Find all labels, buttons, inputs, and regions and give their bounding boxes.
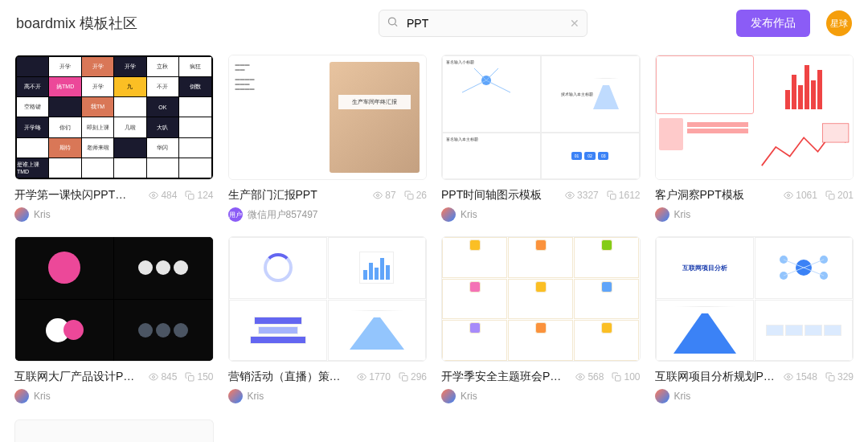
- eye-icon: [565, 190, 575, 200]
- avatar: [228, 389, 243, 403]
- card-title: 营销活动（直播）策划PP...: [228, 370, 349, 384]
- copies-stat: 100: [612, 371, 640, 383]
- thumb-inner-title: 互联网项目分析: [682, 264, 727, 272]
- author-name: Kris: [461, 391, 477, 402]
- views-count: 87: [385, 190, 395, 201]
- copies-count: 1612: [619, 190, 641, 201]
- thumb-banner-text: 生产车间年终汇报: [338, 95, 410, 109]
- svg-rect-3: [189, 194, 194, 200]
- copies-count: 296: [411, 371, 427, 383]
- card-title-row: PPT时间轴图示模板 3327 1612: [441, 188, 641, 203]
- eye-icon: [149, 372, 158, 382]
- card-title: 开学季安全主题班会PPT模板: [441, 370, 562, 384]
- svg-rect-15: [829, 194, 834, 200]
- svg-rect-12: [610, 194, 616, 200]
- card-title-row: 客户洞察PPT模板 1061 201: [655, 188, 854, 203]
- template-thumbnail[interactable]: 互联网项目分析: [655, 236, 854, 362]
- svg-rect-19: [402, 376, 407, 382]
- avatar: [441, 389, 456, 403]
- copies-count: 329: [837, 371, 854, 383]
- author-row[interactable]: Kris: [14, 207, 214, 222]
- card-title: 开学第一课快闪PPT模板: [14, 188, 135, 203]
- copies-stat: 1612: [607, 190, 641, 201]
- author-row[interactable]: Kris: [441, 207, 641, 222]
- template-thumbnail-partial[interactable]: [14, 419, 214, 442]
- author-row[interactable]: Kris: [655, 207, 854, 222]
- card-stats: 3327 1612: [565, 190, 640, 201]
- card-stats: 484 124: [149, 190, 213, 201]
- copies-stat: 329: [825, 371, 854, 383]
- copies-stat: 26: [404, 190, 427, 201]
- search-icon: [387, 16, 399, 31]
- clear-icon[interactable]: ✕: [570, 17, 579, 30]
- template-card: 客户洞察PPT模板 1061 201 Kris: [655, 55, 854, 222]
- template-grid: 开学开学开学立秋疯狂高不开搞TMD开学九不开倒数空格键我TMOK开学咯你们即刻上…: [0, 47, 868, 411]
- svg-line-7: [462, 80, 486, 92]
- template-card: 互联网项目分析 互联网项目分析规划PPT... 1548 329 Kris: [655, 236, 854, 403]
- template-thumbnail[interactable]: ▬▬▬▬▬▬▬▬▬▬▬▬▬▬▬▬生产车间年终汇报: [228, 55, 428, 180]
- svg-point-31: [788, 376, 790, 379]
- svg-rect-17: [189, 376, 194, 382]
- author-name: Kris: [461, 209, 477, 220]
- community-badge[interactable]: 星球: [826, 10, 852, 36]
- copy-icon: [825, 372, 835, 382]
- partial-row: [0, 411, 868, 442]
- views-stat: 484: [149, 190, 177, 201]
- eye-icon: [149, 190, 158, 200]
- copies-stat: 124: [185, 190, 213, 201]
- avatar: [655, 389, 669, 403]
- template-thumbnail[interactable]: [441, 236, 641, 362]
- views-count: 1770: [369, 371, 391, 383]
- views-stat: 1770: [357, 371, 391, 383]
- author-row[interactable]: Kris: [228, 389, 428, 403]
- views-stat: 1548: [784, 371, 817, 383]
- card-stats: 1061 201: [784, 190, 854, 201]
- template-thumbnail[interactable]: [14, 236, 214, 362]
- card-stats: 1548 329: [784, 371, 854, 383]
- svg-point-0: [389, 18, 396, 25]
- author-name: Kris: [34, 391, 51, 402]
- views-count: 1548: [796, 371, 817, 383]
- template-thumbnail[interactable]: 开学开学开学立秋疯狂高不开搞TMD开学九不开倒数空格键我TMOK开学咯你们即刻上…: [14, 55, 214, 180]
- card-title-row: 互联网大厂产品设计PPT模板 845 150: [14, 370, 214, 384]
- brand-title: boardmix 模板社区: [16, 14, 137, 33]
- card-title-row: 营销活动（直播）策划PP... 1770 296: [228, 370, 428, 384]
- views-count: 1061: [796, 190, 817, 201]
- svg-point-11: [569, 194, 571, 197]
- search-input[interactable]: [379, 10, 588, 37]
- copies-count: 201: [837, 190, 854, 201]
- author-name: 微信用户857497: [248, 208, 318, 222]
- copies-count: 100: [624, 371, 640, 383]
- copy-icon: [185, 190, 194, 200]
- copy-icon: [607, 190, 616, 200]
- template-card: 开学季安全主题班会PPT模板 568 100 Kris: [441, 236, 641, 403]
- avatar: [14, 207, 29, 222]
- template-thumbnail[interactable]: 百名输入小标题技术输入本主标题百名输入本主标题010203: [441, 55, 641, 180]
- card-title: 互联网大厂产品设计PPT模板: [14, 370, 135, 384]
- publish-button[interactable]: 发布作品: [736, 10, 810, 37]
- views-count: 845: [161, 371, 177, 383]
- author-row[interactable]: Kris: [14, 389, 214, 403]
- card-title: PPT时间轴图示模板: [441, 188, 542, 203]
- copies-count: 150: [197, 371, 213, 383]
- card-title-row: 互联网项目分析规划PPT... 1548 329: [655, 370, 854, 384]
- author-row[interactable]: Kris: [655, 389, 854, 403]
- svg-point-16: [153, 376, 155, 379]
- eye-icon: [373, 190, 383, 200]
- svg-line-8: [486, 80, 510, 92]
- svg-line-10: [486, 68, 498, 80]
- author-row[interactable]: 用户 微信用户857497: [228, 207, 428, 222]
- svg-point-14: [788, 194, 790, 197]
- template-thumbnail[interactable]: [655, 55, 854, 180]
- avatar: [655, 207, 669, 222]
- card-stats: 87 26: [373, 190, 427, 201]
- copy-icon: [825, 190, 835, 200]
- author-row[interactable]: Kris: [441, 389, 641, 403]
- views-stat: 568: [575, 371, 604, 383]
- template-thumbnail[interactable]: [228, 236, 428, 362]
- avatar: 用户: [228, 207, 243, 222]
- card-stats: 568 100: [575, 371, 640, 383]
- avatar: [441, 207, 456, 222]
- svg-point-20: [579, 376, 582, 379]
- author-name: Kris: [248, 391, 264, 402]
